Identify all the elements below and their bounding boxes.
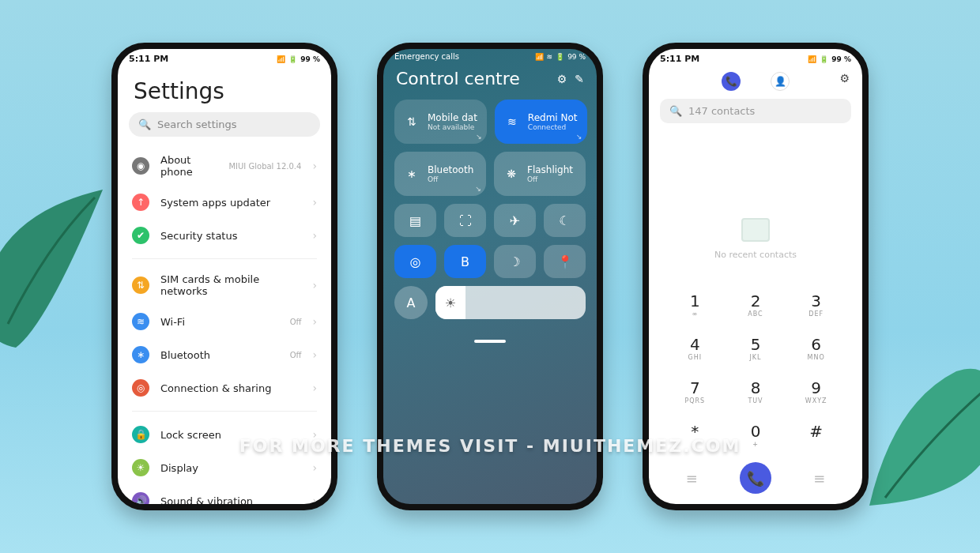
data-icon: ⇅	[404, 114, 420, 130]
lock-icon: 🔒	[132, 426, 149, 443]
tab-contacts[interactable]: 👤	[771, 72, 790, 91]
tab-calls[interactable]: 📞	[722, 72, 741, 91]
key-2[interactable]: 2ABC	[726, 284, 786, 327]
sidebar-item-security[interactable]: ✔Security status›	[129, 219, 320, 252]
empty-text: No recent contacts	[649, 250, 862, 260]
tile-dnd[interactable]: ☾	[544, 204, 586, 237]
brightness-icon: ☀	[445, 295, 456, 310]
chevron-right-icon: ›	[312, 382, 317, 394]
key-3[interactable]: 3DEF	[786, 284, 846, 327]
key-hash[interactable]: #	[786, 414, 846, 457]
call-button[interactable]: 📞	[740, 462, 771, 494]
wifi-icon: ≋	[132, 313, 149, 330]
search-icon: 🔍	[669, 105, 682, 117]
wifi-icon: ≋	[504, 114, 520, 130]
sidebar-item-display[interactable]: ☀Display›	[129, 451, 320, 484]
auto-brightness-button[interactable]: A	[394, 286, 428, 319]
dialer-tabs: 📞 👤 ⚙	[649, 66, 862, 99]
empty-state: No recent contacts	[649, 131, 862, 284]
sidebar-item-about-phone[interactable]: ◉About phoneMIUI Global 12.0.4›	[129, 146, 320, 186]
key-8[interactable]: 8TUV	[726, 371, 786, 414]
key-9[interactable]: 9WXYZ	[786, 371, 846, 414]
key-5[interactable]: 5JKL	[726, 327, 786, 371]
chevron-right-icon: ›	[312, 495, 317, 507]
key-6[interactable]: 6MNO	[786, 327, 846, 371]
page-title: Settings	[118, 66, 331, 112]
emergency-label: Emergency calls	[394, 52, 459, 61]
search-icon: 🔍	[138, 118, 151, 130]
sidebar-item-sim[interactable]: ⇅SIM cards & mobile networks›	[129, 265, 320, 305]
bluetooth-icon: ∗	[132, 346, 149, 363]
status-time: 5:11 PM	[129, 54, 168, 64]
tile-airplane[interactable]: ✈	[494, 204, 536, 237]
expand-icon: ↘	[476, 133, 482, 141]
chevron-right-icon: ›	[312, 160, 317, 172]
tile-bluetooth[interactable]: ∗BluetoothOff↘	[394, 152, 486, 196]
status-icons: 📶🔋99 %	[808, 55, 851, 63]
sim-icon: ⇅	[132, 276, 149, 294]
backspace-icon[interactable]: ≡	[813, 470, 825, 487]
sidebar-item-sound[interactable]: 🔊Sound & vibration›	[129, 484, 320, 510]
phone-icon: ◉	[132, 157, 149, 175]
chevron-right-icon: ›	[312, 315, 317, 328]
key-1[interactable]: 1∞	[665, 284, 726, 327]
shield-icon: ✔	[132, 227, 149, 244]
tile-mobile-data[interactable]: ⇅Mobile datNot available↘	[394, 100, 487, 144]
contacts-search[interactable]: 🔍 147 contacts	[660, 99, 851, 123]
tile-dark-mode[interactable]: ☽	[494, 245, 536, 278]
gear-icon[interactable]: ⚙	[557, 73, 567, 85]
tile-wifi[interactable]: ≋Redmi NotConnected↘	[495, 100, 587, 144]
speaker-icon: 🔊	[132, 492, 149, 510]
chevron-right-icon: ›	[312, 229, 317, 242]
key-4[interactable]: 4GHI	[665, 327, 726, 371]
sidebar-item-connection[interactable]: ◎Connection & sharing›	[129, 371, 320, 404]
bluetooth-icon: ∗	[404, 166, 420, 182]
tile-b[interactable]: B	[444, 245, 486, 278]
update-icon: ↑	[132, 194, 149, 211]
brightness-slider[interactable]: ☀	[435, 286, 586, 319]
search-placeholder: Search settings	[157, 118, 237, 130]
chevron-right-icon: ›	[312, 196, 317, 209]
status-icons: 📶🔋99 %	[277, 55, 320, 63]
expand-icon: ↘	[576, 133, 582, 141]
chevron-right-icon: ›	[312, 279, 317, 292]
share-icon: ◎	[132, 379, 149, 397]
status-bar: 5:11 PM 📶🔋99 %	[118, 49, 331, 66]
edit-icon[interactable]: ✎	[575, 73, 584, 85]
sidebar-item-updater[interactable]: ↑System apps updater›	[129, 186, 320, 219]
status-bar: 5:11 PM 📶🔋99 %	[649, 49, 862, 66]
dialer-actions: ≡ 📞 ≡	[649, 457, 862, 502]
expand-icon: ↘	[475, 185, 481, 193]
flashlight-icon: ❋	[503, 166, 519, 182]
chevron-right-icon: ›	[312, 461, 317, 474]
status-icons: 📶≋🔋99 %	[535, 53, 586, 61]
divider	[132, 258, 317, 259]
gear-icon[interactable]: ⚙	[839, 72, 850, 85]
drag-handle[interactable]	[474, 340, 506, 343]
dial-keypad: 1∞ 2ABC 3DEF 4GHI 5JKL 6MNO 7PQRS 8TUV 9…	[649, 284, 862, 457]
contacts-count: 147 contacts	[688, 105, 755, 117]
chevron-right-icon: ›	[312, 348, 317, 361]
tile-scanner[interactable]: ⛶	[444, 204, 486, 237]
watermark-text: FOR MORE THEMES VISIT - MIUITHEMEZ.COM	[239, 436, 741, 456]
status-time: 5:11 PM	[660, 54, 699, 64]
page-title: Control centre	[396, 69, 520, 88]
sun-icon: ☀	[132, 459, 149, 476]
key-7[interactable]: 7PQRS	[665, 371, 726, 414]
divider	[132, 411, 317, 412]
tile-sync[interactable]: ◎	[394, 245, 436, 278]
tile-location[interactable]: 📍	[544, 245, 586, 278]
tile-flashlight[interactable]: ❋FlashlightOff	[494, 152, 586, 196]
search-input[interactable]: 🔍 Search settings	[129, 112, 320, 137]
tile-cast[interactable]: ▤	[394, 204, 436, 237]
sidebar-item-wifi[interactable]: ≋Wi-FiOff›	[129, 305, 320, 338]
empty-icon	[741, 218, 770, 242]
sidebar-item-bluetooth[interactable]: ∗BluetoothOff›	[129, 338, 320, 371]
menu-icon[interactable]: ≡	[686, 470, 698, 487]
status-bar: Emergency calls 📶≋🔋99 %	[383, 49, 597, 61]
cc-header: Control centre ⚙ ✎	[383, 61, 597, 100]
